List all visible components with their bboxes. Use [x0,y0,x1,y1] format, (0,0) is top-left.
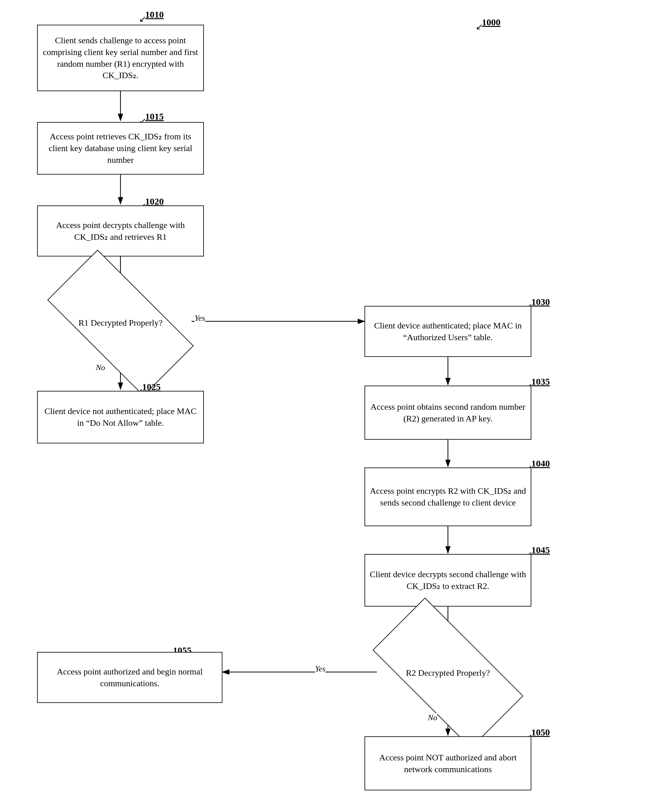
box-1020: Access point decrypts challenge with CK_… [37,206,204,256]
box-1050: Access point NOT authorized and abort ne… [365,736,531,790]
label-yes1: Yes [194,314,205,323]
box-1040: Access point encrypts R2 with CK_IDS₂ an… [365,468,531,526]
box-1010: Client sends challenge to access point c… [37,25,204,91]
box-1035: Access point obtains second random numbe… [365,386,531,440]
ref-1015: 1015 [145,111,164,122]
ref-1030: 1030 [531,297,550,307]
ref-1010: 1010 [145,9,164,20]
ref-1035: 1035 [531,376,550,387]
box-1045: Client device decrypts second challenge … [365,554,531,606]
ref-1045: 1045 [531,545,550,555]
box-1030: Client device authenticated; place MAC i… [365,306,531,357]
ref-1040: 1040 [531,458,550,469]
ref-1025: 1025 [142,382,161,392]
diamond-r1: R1 Decrypted Properly? [53,287,188,359]
ref-1050: 1050 [531,727,550,738]
diagram-container: 1000 ↙ 1010 ↙ Client sends challenge to … [0,0,662,812]
ref-1020: 1020 [145,196,164,207]
ref-1000: 1000 [482,17,500,27]
label-no2: No [428,713,437,722]
ref-1000-arrow: ↙ [476,22,483,32]
label-no1: No [96,363,105,372]
box-1055: Access point authorized and begin normal… [37,652,222,703]
label-yes2: Yes [315,664,326,674]
diamond-r2: R2 Decrypted Properly? [378,636,517,710]
box-1025: Client device not authenticated; place M… [37,391,204,444]
ref-1010-arrow: ↙ [139,14,146,24]
box-1015: Access point retrieves CK_IDS₂ from its … [37,122,204,175]
